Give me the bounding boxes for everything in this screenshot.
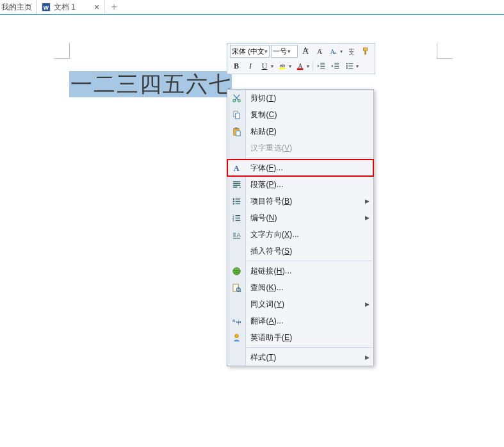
highlight-icon: ab [278,61,287,70]
svg-text:ab: ab [280,63,286,69]
menu-item-label: 翻译(A)... [245,316,362,327]
menu-item-label: 字体(F)... [245,163,362,174]
bullets-icon [345,61,354,70]
translate-icon: a中 [227,316,245,326]
bullets-icon [227,197,245,206]
copy-icon [227,110,245,120]
svg-point-36 [234,334,238,337]
menu-item-label: 文字方向(X)... [245,229,362,240]
context-menu-items: 剪切(T)复制(C)粘贴(P)汉字重选(V)A字体(F)...段落(P)...项… [227,90,373,366]
review-icon [227,283,245,293]
menu-item-symbol[interactable]: 插入符号(S) [227,243,373,259]
menu-item-reselect: 汉字重选(V) [227,140,373,156]
font-color-button[interactable]: A [294,60,307,72]
svg-rect-7 [364,51,366,54]
menu-item-label: 项目符号(B) [245,196,362,207]
menu-item-paragraph[interactable]: 段落(P)... [227,176,373,193]
italic-button[interactable]: I [244,60,257,72]
menu-item-english[interactable]: 英语助手(E) [227,329,373,346]
font-a-icon: A [227,163,245,173]
format-painter-button[interactable] [359,45,372,58]
decrease-indent-button[interactable] [315,60,328,72]
bold-button[interactable]: B [230,60,243,72]
menu-item-paste[interactable]: 粘贴(P) [227,123,373,140]
menu-item-label: 超链接(H)... [245,266,362,277]
page-corner-top-right [437,43,453,59]
menu-item-label: 编号(N) [245,213,362,224]
decrease-indent-icon [317,61,326,70]
document-area: 一二三四五六七 宋体 (中文▾ 一号▾ Â Ǎ Aa ▾ wén文 [0,15,504,447]
phonetic-guide-button[interactable]: wén文 [345,45,358,58]
grow-font-button[interactable]: Â [299,45,312,58]
menu-item-label: 剪切(T) [245,93,362,104]
menu-item-font[interactable]: A字体(F)... [227,159,373,176]
svg-point-25 [232,203,234,204]
svg-point-13 [346,65,347,67]
svg-text:A: A [298,62,303,69]
svg-text:ll: ll [232,232,235,238]
menu-item-label: 复制(C) [245,110,362,120]
svg-rect-11 [297,69,304,70]
svg-rect-6 [364,48,368,51]
mini-toolbar-row-2: B I U ▾ ab ▾ A ▾ ▾ [230,60,372,72]
change-case-icon: Aa [329,47,338,56]
globe-icon [227,266,245,276]
dropdown-arrow-icon: ▾ [356,63,360,69]
menu-item-label: 汉字重选(V) [245,143,362,154]
new-tab-button[interactable]: + [105,0,123,14]
submenu-arrow-icon: ▶ [365,354,370,361]
close-tab-button[interactable]: × [94,3,99,12]
menu-item-bullets[interactable]: 项目符号(B)▶ [227,193,373,209]
paste-icon [227,127,245,136]
document-tab[interactable]: W 文档 1 × [37,0,105,14]
font-size-value: 一号 [273,47,287,56]
dropdown-arrow-icon: ▾ [340,49,344,54]
submenu-arrow-icon: ▶ [365,198,370,204]
menu-item-copy[interactable]: 复制(C) [227,106,373,123]
menu-item-label: 插入符号(S) [245,246,362,257]
bullets-button[interactable] [343,60,356,72]
svg-rect-9 [279,68,286,70]
menu-item-style[interactable]: 样式(T)▶ [227,349,373,366]
menu-item-hyperlink[interactable]: 超链接(H)... [227,263,373,279]
svg-point-14 [346,67,347,69]
shrink-font-label: A [317,47,322,55]
svg-text:A: A [236,232,241,238]
svg-text:a: a [232,318,235,323]
increase-indent-icon [331,61,340,70]
change-case-button[interactable]: Aa [327,45,340,58]
document-tab-label: 文档 1 [54,2,76,13]
increase-indent-button[interactable] [329,60,342,72]
highlight-button[interactable]: ab [276,60,289,72]
mini-toolbar: 宋体 (中文▾ 一号▾ Â Ǎ Aa ▾ wén文 B I [227,43,375,74]
menu-item-translate[interactable]: a中翻译(A)... [227,313,373,329]
underline-button[interactable]: U [258,60,271,72]
dropdown-arrow-icon: ▾ [264,48,268,54]
selected-text[interactable]: 一二三四五六七 [69,71,232,97]
font-name-value: 宋体 (中文 [232,47,264,56]
menu-item-review[interactable]: 查阅(K)... [227,279,373,296]
svg-rect-20 [234,127,238,129]
menu-item-label: 英语助手(E) [245,332,362,343]
svg-text:3: 3 [232,219,234,222]
menu-item-label: 查阅(K)... [245,282,362,293]
svg-text:文: 文 [349,50,354,56]
menu-item-textdir[interactable]: llA文字方向(X)... [227,226,373,243]
svg-text:W: W [44,4,49,11]
menu-item-label: 段落(P)... [245,179,362,190]
mini-toolbar-row-1: 宋体 (中文▾ 一号▾ Â Ǎ Aa ▾ wén文 [230,45,372,58]
grow-font-label: A [302,46,309,56]
svg-point-23 [232,198,234,199]
menu-item-synonym[interactable]: 同义词(Y)▶ [227,296,373,313]
separator [247,347,372,348]
svg-text:a: a [334,50,337,55]
menu-item-numbering[interactable]: 123编号(N)▶ [227,209,373,226]
font-name-selector[interactable]: 宋体 (中文▾ [230,45,270,58]
shrink-font-button[interactable]: Ǎ [313,45,326,58]
separator [313,61,313,71]
text-direction-icon: llA [227,230,245,240]
home-tab[interactable]: 我的主页 [0,0,37,14]
font-size-selector[interactable]: 一号▾ [271,45,298,58]
svg-point-24 [232,200,234,202]
menu-item-cut[interactable]: 剪切(T) [227,90,373,106]
